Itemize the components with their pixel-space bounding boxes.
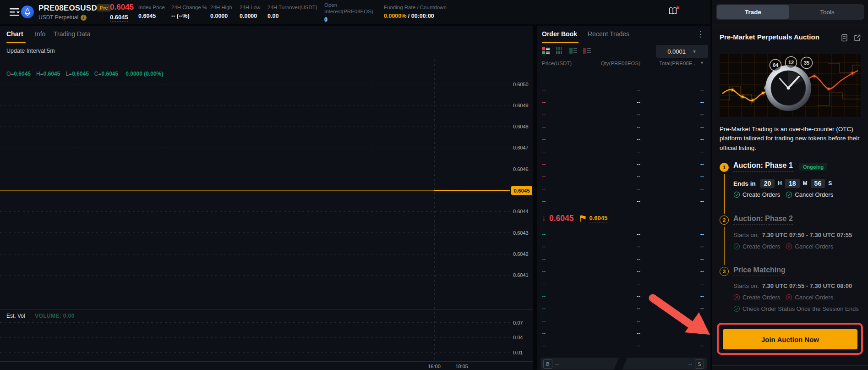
tab-recent-trades[interactable]: Recent Trades (588, 30, 629, 38)
orderbook-ask-row[interactable]: ------ (537, 111, 710, 120)
col-price: Price(USDT) (542, 61, 572, 66)
mode-bids-only-icon[interactable] (569, 47, 577, 55)
grid-hline (0, 169, 510, 169)
total-cell: -- (700, 231, 704, 237)
contract-type: USDT Perpetual i (38, 14, 87, 21)
orderbook-bid-row[interactable]: ------ (537, 256, 710, 264)
price-axis-label: 0.6044 (513, 209, 529, 214)
orderbook-bid-row[interactable]: ------ (537, 330, 710, 338)
total-cell: -- (700, 293, 704, 299)
mode-both-icon[interactable] (542, 47, 550, 55)
phase1-countdown: Ends in 20 H 18 M 56 S (733, 179, 832, 188)
orderbook-bid-row[interactable]: ------ (537, 318, 710, 326)
qty-cell: -- (637, 186, 640, 192)
stat-label: Open Interest(PRE08EOS) (324, 2, 384, 15)
contract-details-icon[interactable] (841, 34, 848, 42)
countdown-prefix: Ends in (733, 180, 756, 187)
stat-label: Funding Rate / Countdown (384, 5, 447, 10)
volume-indicator-text: VOLUME: 0.00 (35, 313, 75, 319)
orderbook-ask-row[interactable]: ------ (537, 161, 710, 169)
mode-asks-only-icon[interactable] (583, 47, 591, 55)
qty-cell: -- (637, 198, 640, 204)
orderbook-ask-row[interactable]: ------ (537, 198, 710, 206)
starts-on-value: 7.30 UTC 07:55 - 7.30 UTC 08:00 (762, 282, 852, 289)
phase3-title: Price Matching (733, 266, 786, 276)
precision-value: 0.0001 (667, 48, 686, 55)
pre-badge: Pre (97, 4, 111, 11)
stat-value: 0.00 (267, 13, 278, 19)
stat-label: 24H Low (240, 5, 260, 10)
grid-hline (0, 337, 510, 338)
orderbook-guide-icon[interactable] (668, 6, 679, 17)
active-tab-underline (542, 42, 579, 43)
orderbook-bid-row[interactable]: ------ (537, 305, 710, 314)
symbol-name[interactable]: PRE08EOSUSDT (38, 4, 102, 13)
menu-icon[interactable] (9, 7, 21, 17)
last-price: 0.6045 (110, 3, 134, 12)
orderbook-mid-row[interactable]: ↓ 0.6045 0.6045 (542, 210, 607, 226)
grid-hline (0, 105, 510, 105)
permission-label: Create Orders (742, 243, 780, 250)
qty-cell: -- (637, 293, 640, 299)
col-total-chevron-icon[interactable]: ▼ (700, 61, 704, 65)
tab-trade[interactable]: Trade (717, 5, 789, 19)
total-cell: -- (700, 111, 704, 118)
x-circle-icon (786, 243, 792, 250)
orderbook-panel: Order Book Recent Trades ⋮ 0.0001 ▼ Pric… (537, 26, 710, 370)
qty-cell: -- (637, 256, 640, 262)
orderbook-bid-row[interactable]: ------ (537, 231, 710, 239)
stat-value: 0.0000 (210, 13, 228, 19)
stat-label: 24H Turnover(USDT) (267, 5, 317, 10)
orderbook-ask-row[interactable]: ------ (537, 136, 710, 144)
price-cell: -- (542, 342, 546, 349)
orderbook-menu-icon[interactable]: ⋮ (697, 29, 705, 39)
countdown-m-label: M (803, 180, 808, 187)
price-cell: -- (542, 99, 546, 105)
tab-info[interactable]: Info (35, 30, 45, 38)
precision-select[interactable]: 0.0001 ▼ (656, 45, 708, 58)
external-link-icon[interactable] (853, 34, 861, 42)
funding-rate-value: 0.0000% (384, 13, 406, 19)
join-auction-button[interactable]: Join Auction Now (723, 329, 857, 349)
total-cell: -- (700, 318, 704, 324)
svg-text:04: 04 (773, 62, 779, 68)
qty-cell: -- (637, 87, 640, 93)
orderbook-bid-row[interactable]: ------ (537, 268, 710, 276)
orderbook-ask-row[interactable]: ------ (537, 99, 710, 107)
tab-order-book[interactable]: Order Book (542, 30, 577, 38)
time-axis-label: 18:05 (452, 364, 472, 369)
orderbook-bid-row[interactable]: ------ (537, 281, 710, 289)
orderbook-bid-row[interactable]: ------ (537, 243, 710, 252)
phase3-permissions-extra: Check Order Status Once the Session Ends (733, 305, 862, 312)
price-cell: -- (542, 161, 546, 167)
flag-price[interactable]: 0.6045 (590, 215, 608, 222)
ohlc-legend: O=0.6045 H=0.6045 L=0.6045 C=0.6045 0.00… (6, 71, 163, 77)
orderbook-ask-row[interactable]: ------ (537, 186, 710, 194)
orderbook-ask-row[interactable]: ------ (537, 87, 710, 95)
tab-trading-data[interactable]: Trading Data (54, 30, 90, 38)
mark-price[interactable]: 0.6045 (110, 14, 128, 22)
col-total[interactable]: Total(PRE08E... (659, 61, 697, 66)
tab-tools[interactable]: Tools (791, 5, 863, 19)
price-axis-label: 0.6048 (513, 124, 529, 129)
permission-label: Create Orders (742, 294, 780, 301)
pane-separator[interactable] (0, 309, 533, 310)
current-price-label: 0.6045 (511, 186, 532, 195)
countdown-hours: 20 (760, 179, 775, 188)
phase1-title: Auction: Phase 1 (733, 161, 793, 171)
mode-depth-icon[interactable] (556, 47, 563, 55)
starts-on-label: Starts on: (733, 282, 759, 289)
check-circle-icon (733, 243, 740, 250)
orderbook-ask-row[interactable]: ------ (537, 149, 710, 157)
tab-chart[interactable]: Chart (6, 30, 23, 38)
orderbook-bid-row[interactable]: ------ (537, 293, 710, 301)
stat-label: 24H Change % (171, 5, 207, 10)
info-icon[interactable]: i (81, 15, 87, 21)
orderbook-ask-row[interactable]: ------ (537, 124, 710, 132)
orderbook-bid-row[interactable]: ------ (537, 342, 710, 351)
stat-value: 0.0000 (240, 13, 257, 19)
buy-ratio-value: -- (555, 361, 559, 367)
time-axis-label: 16:00 (424, 364, 444, 369)
orderbook-ask-row[interactable]: ------ (537, 173, 710, 182)
permission-label: Cancel Orders (795, 294, 833, 301)
